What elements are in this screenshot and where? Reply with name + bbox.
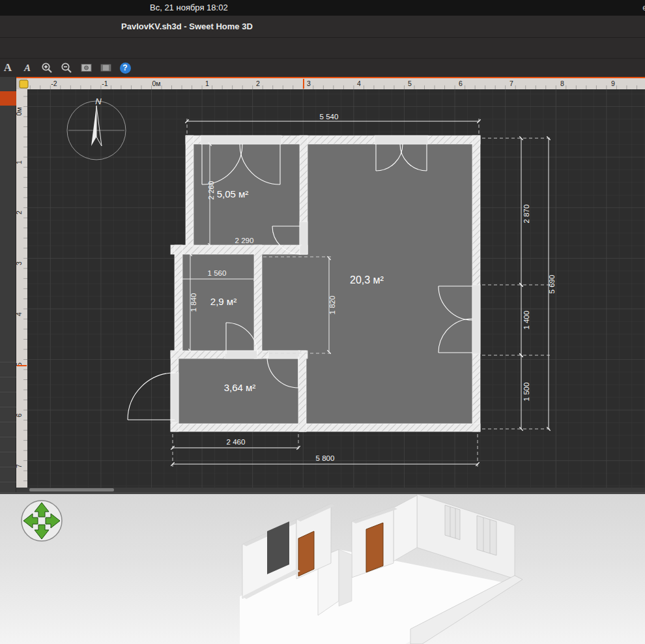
svg-text:6: 6 xyxy=(16,413,23,417)
italic-text-button[interactable]: A xyxy=(21,61,34,75)
svg-text:6: 6 xyxy=(459,80,463,87)
toolbar: A A xyxy=(0,59,645,77)
svg-text:3: 3 xyxy=(16,261,23,265)
video-icon xyxy=(100,63,111,73)
dim-room1-width: 2 290 xyxy=(235,237,254,244)
dim-right-a: 2 870 xyxy=(523,205,530,224)
catalog-selected-item[interactable] xyxy=(0,91,16,106)
door-opening xyxy=(225,351,257,359)
level-icon xyxy=(20,80,28,88)
door-3d xyxy=(366,523,383,572)
door-opening xyxy=(472,285,480,354)
dim-right-c: 1 500 xyxy=(523,383,530,402)
door-3d xyxy=(298,531,314,576)
text-icon: A xyxy=(4,61,12,74)
svg-text:1: 1 xyxy=(205,80,209,87)
3d-wall-stub-side xyxy=(339,549,352,606)
add-text-button[interactable]: A xyxy=(1,61,14,75)
svg-text:2: 2 xyxy=(16,211,23,214)
svg-text:3: 3 xyxy=(307,80,311,87)
screen: Вс, 21 ноября 18:02 е PavlovKV.sh3d - Sw… xyxy=(0,0,645,644)
system-bar: Вс, 21 ноября 18:02 е xyxy=(0,0,645,16)
scrollbar-thumb[interactable] xyxy=(29,488,114,491)
room-label-2-9: 2,9 м² xyxy=(210,296,236,307)
zoom-out-button[interactable] xyxy=(60,61,73,75)
svg-text:0м: 0м xyxy=(152,80,160,87)
window-3d xyxy=(445,505,460,540)
svg-text:9: 9 xyxy=(611,80,615,87)
door-opening xyxy=(300,222,308,254)
furniture-list-rows[interactable] xyxy=(0,362,16,492)
zoom-in-button[interactable] xyxy=(40,61,53,75)
zoom-out-icon xyxy=(61,62,72,74)
italic-text-icon: A xyxy=(24,63,31,74)
plan-view[interactable]: N xyxy=(16,77,645,492)
ruler-corner xyxy=(16,78,28,89)
dim-right-b: 1 400 xyxy=(523,311,530,330)
window-3d xyxy=(477,516,496,555)
navigation-widget[interactable] xyxy=(22,501,62,541)
compass-north-label: N xyxy=(95,96,102,106)
dim-bottom-a: 2 460 xyxy=(227,438,246,446)
vertical-ruler: 0м 1 2 3 4 5 6 7 xyxy=(16,89,27,488)
dim-bottom-total: 5 800 xyxy=(316,454,335,462)
svg-text:-1: -1 xyxy=(102,80,108,87)
room-fills xyxy=(179,144,472,424)
menu-strip xyxy=(0,38,645,59)
door-opening xyxy=(375,136,428,144)
svg-text:7: 7 xyxy=(509,80,513,87)
horizontal-ruler: -2 -1 0м 1 2 3 4 5 6 7 8 9 xyxy=(27,78,645,89)
svg-text:7: 7 xyxy=(16,464,23,468)
door-opening xyxy=(171,373,179,422)
help-button[interactable]: ? xyxy=(119,61,132,75)
dim-right-total: 5 690 xyxy=(548,275,556,294)
dim-hall: 1 820 xyxy=(328,296,336,315)
system-clock[interactable]: Вс, 21 ноября 18:02 xyxy=(150,0,228,16)
plan-horizontal-scrollbar[interactable] xyxy=(16,488,645,492)
create-photo-button[interactable] xyxy=(79,61,93,75)
workspace: N xyxy=(0,77,645,492)
dim-room1-height: 2 260 xyxy=(207,181,215,200)
svg-text:1: 1 xyxy=(16,160,23,164)
status-icon-fragment: е xyxy=(642,0,645,16)
help-icon: ? xyxy=(120,63,131,74)
door-opening xyxy=(268,351,300,359)
create-video-button[interactable] xyxy=(99,61,112,75)
dim-room2-height: 1 840 xyxy=(190,293,197,312)
dim-room2-width: 1 560 xyxy=(208,269,227,277)
dim-top: 5 540 xyxy=(320,113,339,121)
svg-text:4: 4 xyxy=(16,312,23,316)
room-label-5-05: 5,05 м² xyxy=(217,188,249,199)
svg-text:2: 2 xyxy=(256,80,260,87)
svg-text:-2: -2 xyxy=(51,80,57,87)
furniture-catalog-strip[interactable] xyxy=(0,77,16,492)
window-title: PavlovKV.sh3d - Sweet Home 3D xyxy=(121,16,253,37)
window-title-bar[interactable]: PavlovKV.sh3d - Sweet Home 3D xyxy=(0,16,645,38)
3d-view[interactable] xyxy=(0,492,645,644)
photo-icon xyxy=(81,63,92,73)
svg-text:0м: 0м xyxy=(16,107,23,115)
svg-text:4: 4 xyxy=(357,80,361,87)
door-opening xyxy=(201,136,281,144)
room-label-20-3: 20,3 м² xyxy=(350,274,384,285)
zoom-in-icon xyxy=(41,62,53,74)
svg-text:8: 8 xyxy=(560,80,564,87)
room-label-3-64: 3,64 м² xyxy=(224,382,256,393)
svg-text:5: 5 xyxy=(408,80,412,87)
